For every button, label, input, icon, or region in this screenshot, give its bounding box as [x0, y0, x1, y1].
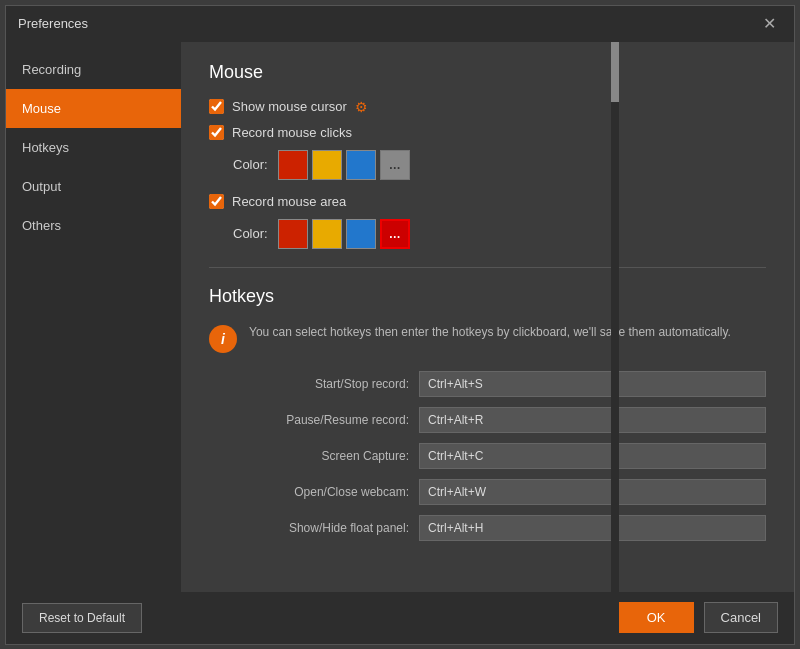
area-color-row: Color: … [233, 219, 766, 249]
record-clicks-row: Record mouse clicks [209, 125, 766, 140]
sidebar-item-hotkeys[interactable]: Hotkeys [6, 128, 181, 167]
area-color-label: Color: [233, 226, 268, 241]
show-cursor-label: Show mouse cursor [232, 99, 347, 114]
footer: Reset to Default OK Cancel [6, 592, 794, 644]
hotkey-input-open-close-webcam[interactable] [419, 479, 766, 505]
clicks-color-yellow[interactable] [312, 150, 342, 180]
sidebar: Recording Mouse Hotkeys Output Others [6, 42, 181, 592]
hotkey-input-start-stop[interactable] [419, 371, 766, 397]
hotkey-input-pause-resume[interactable] [419, 407, 766, 433]
show-cursor-checkbox[interactable] [209, 99, 224, 114]
sidebar-item-mouse[interactable]: Mouse [6, 89, 181, 128]
preferences-dialog: Preferences ✕ Recording Mouse Hotkeys Ou… [5, 5, 795, 645]
hotkeys-section: Hotkeys i You can select hotkeys then en… [209, 286, 766, 541]
record-area-row: Record mouse area [209, 194, 766, 209]
main-content: Mouse Show mouse cursor ⚙ Record mouse c… [181, 42, 794, 592]
scrollbar-track[interactable] [611, 42, 619, 592]
record-area-checkbox[interactable] [209, 194, 224, 209]
area-color-more[interactable]: … [380, 219, 410, 249]
area-color-yellow[interactable] [312, 219, 342, 249]
hotkey-input-screen-capture[interactable] [419, 443, 766, 469]
cancel-button[interactable]: Cancel [704, 602, 778, 633]
area-color-red[interactable] [278, 219, 308, 249]
hotkey-label-open-close-webcam: Open/Close webcam: [209, 485, 409, 499]
show-cursor-row: Show mouse cursor ⚙ [209, 99, 766, 115]
clicks-color-blue[interactable] [346, 150, 376, 180]
record-area-label: Record mouse area [232, 194, 346, 209]
clicks-color-more[interactable]: … [380, 150, 410, 180]
hotkey-input-show-hide-panel[interactable] [419, 515, 766, 541]
reset-to-default-button[interactable]: Reset to Default [22, 603, 142, 633]
footer-right: OK Cancel [619, 602, 778, 633]
info-box: i You can select hotkeys then enter the … [209, 323, 766, 353]
close-button[interactable]: ✕ [757, 12, 782, 35]
sidebar-item-recording[interactable]: Recording [6, 50, 181, 89]
info-icon: i [209, 325, 237, 353]
clicks-color-red[interactable] [278, 150, 308, 180]
info-text: You can select hotkeys then enter the ho… [249, 323, 731, 341]
area-color-blue[interactable] [346, 219, 376, 249]
title-bar: Preferences ✕ [6, 6, 794, 42]
scrollbar-thumb[interactable] [611, 42, 619, 102]
ok-button[interactable]: OK [619, 602, 694, 633]
mouse-section-title: Mouse [209, 62, 766, 83]
mouse-section: Mouse Show mouse cursor ⚙ Record mouse c… [209, 62, 766, 249]
record-clicks-checkbox[interactable] [209, 125, 224, 140]
hotkey-row-open-close-webcam: Open/Close webcam: [209, 479, 766, 505]
hotkey-row-pause-resume: Pause/Resume record: [209, 407, 766, 433]
dialog-title: Preferences [18, 16, 88, 31]
clicks-color-row: Color: … [233, 150, 766, 180]
dialog-body: Recording Mouse Hotkeys Output Others Mo… [6, 42, 794, 592]
hotkey-label-start-stop: Start/Stop record: [209, 377, 409, 391]
hotkey-row-screen-capture: Screen Capture: [209, 443, 766, 469]
hotkey-label-show-hide-panel: Show/Hide float panel: [209, 521, 409, 535]
record-clicks-label: Record mouse clicks [232, 125, 352, 140]
section-divider [209, 267, 766, 268]
sidebar-item-output[interactable]: Output [6, 167, 181, 206]
hotkey-label-screen-capture: Screen Capture: [209, 449, 409, 463]
hotkey-row-show-hide-panel: Show/Hide float panel: [209, 515, 766, 541]
gear-icon[interactable]: ⚙ [355, 99, 368, 115]
hotkeys-section-title: Hotkeys [209, 286, 766, 307]
sidebar-item-others[interactable]: Others [6, 206, 181, 245]
hotkey-row-start-stop: Start/Stop record: [209, 371, 766, 397]
hotkey-label-pause-resume: Pause/Resume record: [209, 413, 409, 427]
clicks-color-label: Color: [233, 157, 268, 172]
